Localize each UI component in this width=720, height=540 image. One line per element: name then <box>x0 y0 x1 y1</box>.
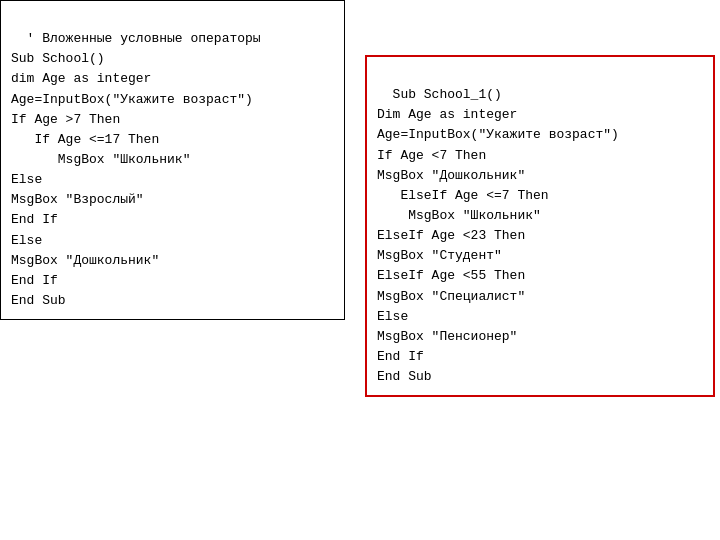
topright-code-text: Sub School_1() Dim Age as integer Age=In… <box>377 87 619 384</box>
topleft-code-text: ' Вложенные условные операторы Sub Schoo… <box>11 31 261 308</box>
topleft-code-block: ' Вложенные условные операторы Sub Schoo… <box>0 0 345 320</box>
topright-code-block: Sub School_1() Dim Age as integer Age=In… <box>365 55 715 397</box>
